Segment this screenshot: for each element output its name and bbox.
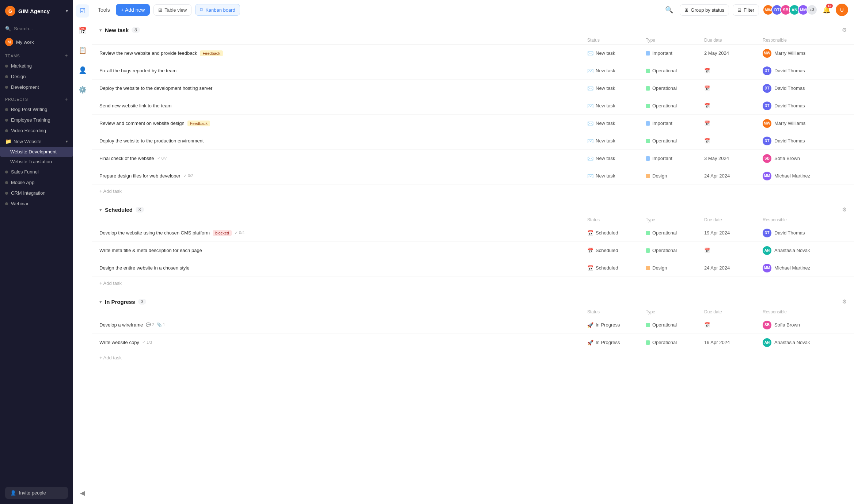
project-label: CRM Integration — [11, 190, 46, 196]
section-gear-icon[interactable]: ⚙ — [842, 206, 847, 213]
type-dot-icon — [646, 156, 650, 161]
sidebar-item-website-translation[interactable]: Website Translation — [0, 157, 73, 167]
sidebar-item-crm-integration[interactable]: CRM Integration — [0, 188, 73, 198]
notifications-button[interactable]: 🔔 12 — [821, 4, 832, 15]
add-task-button[interactable]: + Add task — [92, 277, 854, 292]
app-chevron-icon: ▾ — [66, 9, 68, 14]
sidebar-item-mobile-app[interactable]: Mobile App — [0, 177, 73, 188]
task-name[interactable]: Write meta title & meta description for … — [99, 243, 587, 257]
list-icon-button[interactable]: 📋 — [76, 44, 89, 57]
sidebar-item-video-recording[interactable]: Video Recording — [0, 125, 73, 136]
task-name[interactable]: Review and comment on website design Fee… — [99, 116, 587, 131]
table-row: Write meta title & meta description for … — [92, 242, 854, 259]
col-header-type: Type — [646, 309, 704, 314]
collapse-icon-button[interactable]: ◀ — [76, 486, 89, 500]
collapse-section-icon[interactable]: ▾ — [99, 27, 102, 33]
table-view-button[interactable]: ⊞ Table view — [153, 4, 191, 16]
section-title-scheduled: Scheduled — [105, 207, 133, 213]
task-name[interactable]: Design the entire website in a chosen st… — [99, 261, 587, 275]
search-bar[interactable]: 🔍 Search... — [0, 22, 73, 35]
add-task-button[interactable]: + Add task — [92, 185, 854, 200]
task-name[interactable]: Final check of the website ✓ 0/7 — [99, 151, 587, 165]
invite-label: Invite people — [19, 490, 46, 496]
task-name[interactable]: Write website copy ✓ 1/3 — [99, 335, 587, 350]
add-team-button[interactable]: + — [64, 53, 68, 59]
status-icon: ✉️ — [587, 68, 593, 74]
table-row: Develop a wireframe 💬 2 📎 1 🚀In Progress… — [92, 316, 854, 334]
calendar-icon-button[interactable]: 📅 — [76, 24, 89, 37]
project-label: Webinar — [11, 201, 29, 206]
section-header-scheduled: ▾ Scheduled 3 ⚙ — [92, 200, 854, 216]
project-label: Employee Training — [11, 117, 50, 123]
due-cell: 24 Apr 2024 — [704, 173, 763, 179]
task-name[interactable]: Develop the website using the chosen CMS… — [99, 226, 587, 240]
user-avatar[interactable]: U — [836, 4, 848, 16]
status-cell: ✉️New task — [587, 68, 646, 74]
task-name[interactable]: Deploy the website to the production env… — [99, 134, 587, 148]
add-new-button[interactable]: + Add new — [116, 4, 150, 16]
avatar-group: MW DT SB AN MM +3 — [763, 4, 817, 15]
section-new-task: ▾ New task 8 ⚙ Status Type Due date Resp… — [92, 20, 854, 200]
status-cell: ✉️New task — [587, 156, 646, 161]
chevron-down-icon: ▾ — [66, 139, 68, 144]
invite-people-button[interactable]: 👤 Invite people — [5, 487, 68, 499]
sidebar-item-development[interactable]: Development — [0, 82, 73, 92]
task-name[interactable]: Review the new website and provide feedb… — [99, 46, 587, 61]
project-label: Mobile App — [11, 180, 34, 185]
sidebar-item-blog-post-writing[interactable]: Blog Post Writing — [0, 104, 73, 115]
settings-icon-button[interactable]: ⚙️ — [76, 83, 89, 96]
section-title-in-progress: In Progress — [105, 299, 135, 305]
type-cell: Important — [646, 50, 704, 56]
blocked-tag: blocked — [213, 230, 232, 236]
section-gear-icon[interactable]: ⚙ — [842, 27, 847, 33]
table-row: Develop the website using the chosen CMS… — [92, 224, 854, 242]
group-by-status-button[interactable]: ⊞ Group by status — [680, 4, 729, 16]
kanban-board-label: Kanban board — [205, 7, 235, 13]
search-button[interactable]: 🔍 — [662, 4, 676, 15]
dot-icon — [5, 171, 8, 173]
responsible-avatar: DT — [763, 229, 771, 237]
status-cell: ✉️New task — [587, 85, 646, 91]
task-name[interactable]: Send new website link to the team — [99, 99, 587, 113]
calendar-icon: 📅 — [704, 121, 710, 126]
sidebar-item-employee-training[interactable]: Employee Training — [0, 115, 73, 125]
app-logo[interactable]: G GIM Agency ▾ — [0, 0, 73, 22]
collapse-section-icon[interactable]: ▾ — [99, 207, 102, 213]
sidebar-item-marketing[interactable]: Marketing — [0, 61, 73, 71]
section-gear-icon[interactable]: ⚙ — [842, 298, 847, 305]
due-cell: 📅 — [704, 103, 763, 108]
sidebar-item-sales-funnel[interactable]: Sales Funnel — [0, 167, 73, 177]
responsible-cell: DTDavid Thomas — [763, 84, 836, 93]
sidebar-item-design[interactable]: Design — [0, 71, 73, 82]
responsible-avatar: MM — [763, 172, 771, 180]
type-cell: Operational — [646, 230, 704, 236]
add-project-button[interactable]: + — [64, 96, 68, 103]
filter-button[interactable]: ⊟ Filter — [733, 4, 759, 16]
main-area: Tools + Add new ⊞ Table view ⧉ Kanban bo… — [92, 0, 854, 504]
task-name[interactable]: Deploy the website to the development ho… — [99, 81, 587, 95]
task-name[interactable]: Fix all the bugs reported by the team — [99, 64, 587, 78]
responsible-cell: ANAnastasia Novak — [763, 338, 836, 347]
project-label: Blog Post Writing — [11, 107, 47, 112]
col-header-type: Type — [646, 217, 704, 222]
tasks-icon-button[interactable]: ☑ — [76, 4, 89, 18]
sidebar-item-website-development[interactable]: Website Development — [0, 147, 73, 157]
status-icon: ✉️ — [587, 103, 593, 109]
column-headers-scheduled: Status Type Due date Responsible — [92, 216, 854, 224]
status-icon: 🚀 — [587, 322, 593, 328]
kanban-board-button[interactable]: ⧉ Kanban board — [195, 4, 240, 16]
subtask-indicator: ✓ 1/3 — [142, 340, 152, 345]
content-area: ▾ New task 8 ⚙ Status Type Due date Resp… — [92, 20, 854, 504]
my-work-item[interactable]: M My work — [0, 35, 73, 49]
add-task-button[interactable]: + Add task — [92, 351, 854, 366]
status-icon: ✉️ — [587, 156, 593, 161]
table-icon: ⊞ — [158, 7, 162, 13]
sidebar-item-new-website[interactable]: 📁 New Website ▾ — [0, 136, 73, 147]
collapse-section-icon[interactable]: ▾ — [99, 299, 102, 305]
type-cell: Design — [646, 173, 704, 179]
due-cell: 19 Apr 2024 — [704, 230, 763, 236]
sidebar-item-webinar[interactable]: Webinar — [0, 198, 73, 209]
person-icon-button[interactable]: 👤 — [76, 64, 89, 77]
task-name[interactable]: Prepare design files for web developer ✓… — [99, 169, 587, 183]
task-name[interactable]: Develop a wireframe 💬 2 📎 1 — [99, 318, 587, 332]
